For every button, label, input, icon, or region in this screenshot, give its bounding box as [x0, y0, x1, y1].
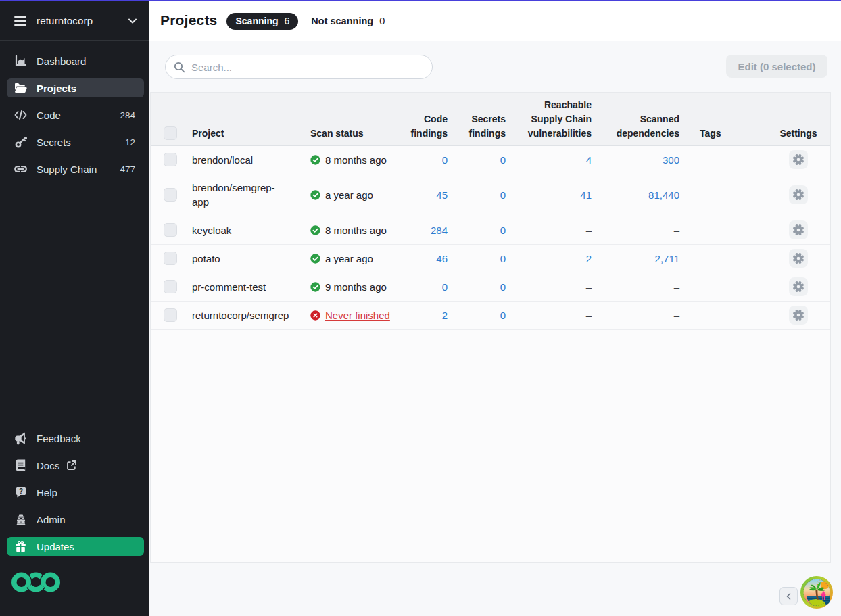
svg-text:?: ? — [18, 488, 22, 495]
